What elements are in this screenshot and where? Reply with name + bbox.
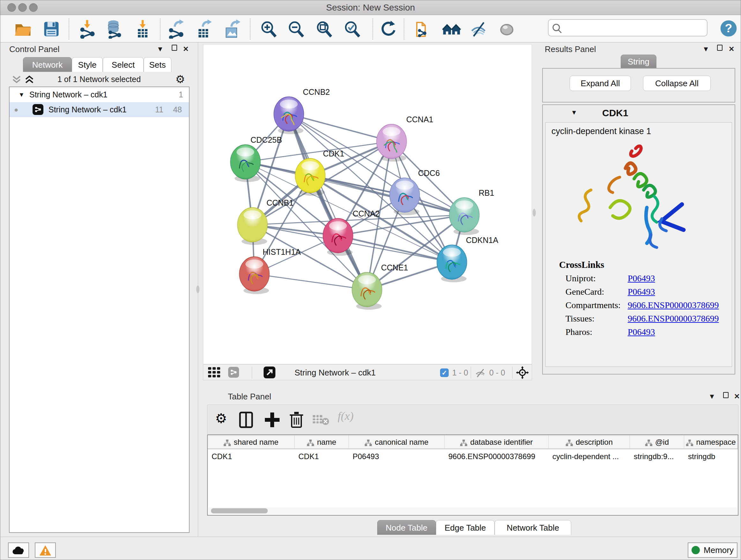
results-panel-menu-icon[interactable]: ▼ bbox=[702, 45, 710, 53]
tab-network-table[interactable]: Network Table bbox=[495, 520, 571, 535]
node-RB1[interactable]: RB1 bbox=[449, 188, 494, 235]
column-header-canonical-name[interactable]: canonical name bbox=[349, 435, 445, 449]
title-bar: Session: New Session bbox=[0, 0, 741, 15]
node-CCNE1[interactable]: CCNE1 bbox=[352, 263, 408, 310]
table-cell[interactable]: CDK1 bbox=[208, 450, 294, 463]
hide-selected-icon[interactable] bbox=[469, 19, 488, 39]
network-view-share-icon[interactable] bbox=[228, 367, 239, 378]
export-network-icon[interactable] bbox=[167, 19, 186, 39]
crosslink-link[interactable]: P06493 bbox=[628, 273, 655, 283]
crosslink-link[interactable]: P06493 bbox=[628, 287, 655, 297]
zoom-out-icon[interactable] bbox=[287, 19, 306, 39]
search-input[interactable] bbox=[565, 21, 702, 35]
table-cell[interactable]: CDK1 bbox=[294, 450, 349, 463]
new-network-from-selection-icon[interactable] bbox=[413, 19, 432, 39]
network-canvas[interactable]: CCNB2CCNA1CDC25BCDK1CDC6RB1CCNB1CCNA2CDK… bbox=[203, 44, 532, 364]
crosslink-link[interactable]: 9606.ENSP00000378699 bbox=[628, 314, 719, 323]
results-panel: Results Panel ▼ ✕ String Expand All Coll… bbox=[536, 43, 741, 386]
table-cell[interactable]: stringdb:9... bbox=[630, 450, 684, 463]
tab-edge-table[interactable]: Edge Table bbox=[436, 520, 495, 535]
control-panel-close-icon[interactable]: ✕ bbox=[183, 45, 189, 53]
collection-expand-icon[interactable]: ▼ bbox=[18, 87, 24, 102]
grid-view-icon[interactable] bbox=[208, 367, 221, 378]
node-CCNB1[interactable]: CCNB1 bbox=[238, 198, 293, 245]
column-header-shared-name[interactable]: shared name bbox=[208, 435, 294, 449]
scrollbar-thumb[interactable] bbox=[211, 508, 268, 513]
node-table[interactable]: shared namenamecanonical namedatabase id… bbox=[207, 435, 738, 516]
warning-icon bbox=[39, 545, 52, 556]
save-session-icon[interactable] bbox=[42, 19, 61, 39]
zoom-in-icon[interactable] bbox=[259, 19, 279, 39]
collapse-all-icon[interactable] bbox=[12, 75, 21, 84]
show-columns-icon[interactable] bbox=[238, 411, 254, 428]
apply-layout-icon[interactable] bbox=[379, 19, 398, 39]
memory-button[interactable]: Memory bbox=[688, 543, 738, 558]
column-header-namespace[interactable]: namespace bbox=[684, 435, 738, 449]
network-options-gear-icon[interactable]: ⚙ bbox=[176, 72, 185, 86]
results-panel-close-icon[interactable]: ✕ bbox=[729, 45, 734, 53]
node-label-CCNB2: CCNB2 bbox=[303, 87, 330, 97]
show-all-icon[interactable] bbox=[497, 19, 517, 39]
export-image-icon[interactable] bbox=[222, 19, 242, 39]
help-icon[interactable]: ? bbox=[719, 19, 738, 38]
results-panel-float-icon[interactable] bbox=[717, 44, 723, 53]
node-CDKN1A[interactable]: CDKN1A bbox=[437, 236, 498, 282]
crosslink-link[interactable]: P06493 bbox=[628, 327, 655, 337]
tab-select[interactable]: Select bbox=[103, 57, 144, 72]
node-CCNB2[interactable]: CCNB2 bbox=[274, 87, 330, 134]
cloud-status-button[interactable] bbox=[8, 543, 29, 558]
column-header-name[interactable]: name bbox=[294, 435, 349, 449]
column-header-database-identifier[interactable]: database identifier bbox=[445, 435, 549, 449]
table-horizontal-scrollbar[interactable] bbox=[208, 507, 737, 514]
tab-string[interactable]: String bbox=[621, 55, 657, 68]
table-panel-close-icon[interactable]: ✕ bbox=[734, 392, 740, 401]
birds-eye-view-icon[interactable] bbox=[516, 366, 529, 379]
import-network-from-database-icon[interactable] bbox=[105, 19, 124, 39]
tab-node-table[interactable]: Node Table bbox=[377, 520, 436, 535]
collapse-all-button[interactable]: Collapse All bbox=[643, 76, 711, 91]
function-builder-icon: f(x) bbox=[338, 409, 354, 423]
crosslink-link[interactable]: 9606.ENSP00000378699 bbox=[628, 300, 719, 310]
column-header-@id[interactable]: @id bbox=[630, 435, 684, 449]
table-cell[interactable]: P06493 bbox=[349, 450, 445, 463]
control-panel-menu-icon[interactable]: ▼ bbox=[157, 45, 164, 53]
node-CDC6[interactable]: CDC6 bbox=[390, 169, 440, 215]
node-HIST1H1A[interactable]: HIST1H1A bbox=[239, 247, 301, 294]
delete-column-icon[interactable] bbox=[288, 411, 305, 428]
protein-collapse-icon[interactable]: ▼ bbox=[571, 109, 577, 116]
zoom-fit-icon[interactable] bbox=[315, 19, 334, 39]
table-panel-float-icon[interactable] bbox=[723, 392, 729, 400]
open-session-icon[interactable] bbox=[14, 19, 33, 39]
table-cell[interactable]: stringdb bbox=[684, 450, 738, 463]
table-cell[interactable]: cyclin-dependent ... bbox=[549, 450, 630, 463]
edge-HIST1H1A-CCNE1[interactable] bbox=[254, 274, 367, 290]
right-splitter-handle[interactable] bbox=[533, 209, 536, 216]
network-row[interactable]: ● String Network – cdk1 11 48 bbox=[10, 102, 189, 117]
zoom-selected-icon[interactable] bbox=[343, 19, 362, 39]
warnings-button[interactable] bbox=[35, 543, 56, 558]
edge-CDK1-RB1[interactable] bbox=[310, 176, 464, 215]
export-table-icon[interactable] bbox=[194, 19, 213, 39]
protein-description: cyclin-dependent kinase 1 bbox=[551, 126, 732, 136]
open-in-window-icon[interactable] bbox=[264, 367, 275, 378]
first-neighbors-icon[interactable] bbox=[442, 19, 461, 39]
tab-style[interactable]: Style bbox=[72, 57, 103, 72]
control-panel-float-icon[interactable] bbox=[172, 44, 177, 53]
table-panel-menu-icon[interactable]: ▼ bbox=[709, 392, 716, 401]
column-header-description[interactable]: description bbox=[549, 435, 630, 449]
edge-CCNA2-CDKN1A[interactable] bbox=[338, 236, 452, 262]
table-cell[interactable]: 9606.ENSP00000378699 bbox=[445, 450, 549, 463]
create-column-icon[interactable] bbox=[264, 411, 280, 428]
tab-network[interactable]: Network bbox=[23, 57, 72, 72]
crosslink-row: Compartments:9606.ENSP00000378699 bbox=[565, 300, 732, 310]
import-network-from-file-icon[interactable] bbox=[78, 19, 97, 39]
tab-sets[interactable]: Sets bbox=[144, 57, 172, 72]
table-settings-gear-icon[interactable]: ⚙ bbox=[215, 411, 227, 426]
string-network-graph[interactable]: CCNB2CCNA1CDC25BCDK1CDC6RB1CCNB1CCNA2CDK… bbox=[203, 44, 532, 364]
import-table-from-file-icon[interactable] bbox=[133, 19, 152, 39]
network-collection-row[interactable]: ▼ String Network – cdk1 1 bbox=[10, 87, 189, 102]
left-splitter-handle[interactable] bbox=[196, 286, 199, 293]
expand-all-icon[interactable] bbox=[24, 75, 34, 84]
expand-all-button[interactable]: Expand All bbox=[569, 76, 631, 91]
selected-nodes-checkbox[interactable]: ✓ bbox=[440, 368, 449, 377]
